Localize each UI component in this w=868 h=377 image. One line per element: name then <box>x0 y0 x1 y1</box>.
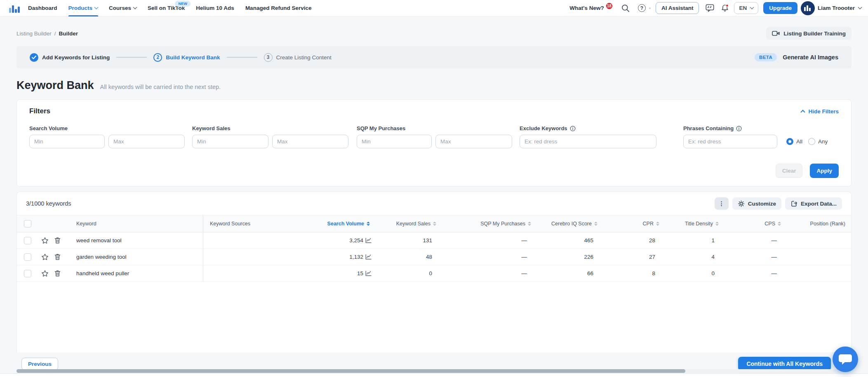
info-icon[interactable] <box>736 126 742 131</box>
table-header-row: Keyword Keyword Sources Search Volume Ke… <box>17 215 851 232</box>
phrases-containing-input[interactable] <box>683 135 777 148</box>
match-any-radio[interactable]: Any <box>808 138 828 145</box>
notifications-bell-icon[interactable] <box>721 4 729 12</box>
keyword-sales-min-input[interactable] <box>192 135 268 148</box>
active-tab-underline <box>68 15 98 16</box>
row-checkbox[interactable] <box>24 237 31 244</box>
select-all-checkbox[interactable] <box>24 220 31 227</box>
trash-icon[interactable] <box>54 237 61 244</box>
nav-item-managed-refund-service[interactable]: Managed Refund Service <box>245 0 312 16</box>
trend-chart-icon[interactable] <box>365 254 372 260</box>
chevron-up-icon <box>801 110 805 114</box>
nav-label: Products <box>68 5 93 11</box>
search-volume-min-input[interactable] <box>29 135 105 148</box>
column-header-cerebro-iq-score[interactable]: Cerebro IQ Score <box>537 215 603 232</box>
keyword-text: weed removal tool <box>76 237 122 244</box>
column-label: Search Volume <box>327 221 364 227</box>
language-selector[interactable]: EN <box>734 2 758 14</box>
clear-button[interactable]: Clear <box>776 164 803 178</box>
match-all-radio[interactable]: All <box>786 138 802 145</box>
upgrade-button[interactable]: Upgrade <box>763 2 797 14</box>
star-icon[interactable] <box>41 237 49 244</box>
avatar[interactable] <box>801 1 815 15</box>
whats-new-button[interactable]: What's New? 18 <box>569 5 613 11</box>
sqp-my-purchases-cell: — <box>442 265 537 281</box>
breadcrumb-parent-link[interactable]: Listing Builder <box>16 30 52 37</box>
ai-assistant-button[interactable]: AI Assistant <box>656 2 699 14</box>
export-data-button[interactable]: Export Data... <box>785 197 842 210</box>
trend-chart-icon[interactable] <box>365 271 372 276</box>
sort-icon <box>367 222 370 226</box>
sort-icon <box>778 222 781 226</box>
column-header-title-density[interactable]: Title Density <box>665 215 725 232</box>
bottom-strip <box>0 373 868 377</box>
apply-button[interactable]: Apply <box>810 164 839 178</box>
keyword-sales-cell: 131 <box>376 232 442 248</box>
cps-cell: — <box>725 265 787 281</box>
info-icon[interactable] <box>570 126 576 131</box>
exclude-keywords-input[interactable] <box>520 135 656 148</box>
search-volume-max-input[interactable] <box>108 135 185 148</box>
nav-item-helium-10-ads[interactable]: Helium 10 Ads <box>196 0 234 16</box>
trash-icon[interactable] <box>54 253 61 260</box>
help-icon[interactable]: ? <box>638 4 646 12</box>
star-icon[interactable] <box>41 253 49 261</box>
filters-title: Filters <box>29 107 50 115</box>
table-row: weed removal tool 3,254 131 — 465 28 1 — <box>17 232 851 249</box>
filter-label: Search Volume <box>29 125 185 131</box>
nav-label: Courses <box>109 5 131 11</box>
position-rank-cell <box>787 232 851 248</box>
trend-chart-icon[interactable] <box>365 238 372 243</box>
step-create-listing-content[interactable]: 3 Create Listing Content <box>264 53 332 62</box>
user-menu[interactable]: Liam Troooter <box>818 5 861 11</box>
more-options-button[interactable]: ⋮ <box>715 197 729 210</box>
keyword-sales-max-input[interactable] <box>272 135 348 148</box>
search-icon[interactable] <box>621 4 630 12</box>
star-icon[interactable] <box>41 270 49 277</box>
gear-icon <box>738 200 745 207</box>
previous-button[interactable]: Previous <box>21 358 58 370</box>
generate-ai-images-button[interactable]: Generate AI Images <box>783 54 838 61</box>
sort-icon <box>715 222 719 226</box>
trash-icon[interactable] <box>54 270 61 277</box>
chat-launcher-button[interactable] <box>833 347 858 372</box>
feedback-icon[interactable] <box>706 4 714 12</box>
customize-button[interactable]: Customize <box>732 197 781 210</box>
step-add-keywords[interactable]: Add Keywords for Listing <box>30 53 110 62</box>
listing-builder-training-button[interactable]: Listing Builder Training <box>766 27 852 40</box>
sqp-my-purchases-min-input[interactable] <box>357 135 432 148</box>
nav-item-products[interactable]: Products <box>68 0 98 16</box>
nav-item-dashboard[interactable]: Dashboard <box>28 0 57 16</box>
search-volume-value: 1,132 <box>349 254 363 260</box>
hide-filters-button[interactable]: Hide Filters <box>801 108 839 115</box>
whats-new-label: What's New? <box>569 5 604 11</box>
hide-filters-label: Hide Filters <box>808 108 839 115</box>
column-header-sqp-my-purchases[interactable]: SQP My Purchases <box>442 215 537 232</box>
column-header-cps[interactable]: CPS <box>725 215 787 232</box>
cerebro-iq-score-cell: 226 <box>537 249 603 265</box>
nav-item-courses[interactable]: Courses <box>109 0 136 16</box>
stepper-right: BETA Generate AI Images <box>755 53 838 61</box>
step-build-keyword-bank[interactable]: 2 Build Keyword Bank <box>153 53 220 62</box>
title-density-cell: 1 <box>665 232 725 248</box>
filter-actions: Clear Apply <box>776 164 839 178</box>
clear-label: Clear <box>782 168 796 174</box>
breadcrumb: Listing Builder / Builder <box>16 30 78 37</box>
column-header-position-rank: Position (Rank) <box>787 215 851 232</box>
helium10-logo-icon[interactable] <box>9 4 20 13</box>
column-header-cpr[interactable]: CPR <box>603 215 665 232</box>
horizontal-scrollbar-thumb[interactable] <box>16 369 685 373</box>
continue-with-all-keywords-button[interactable]: Continue with All Keywords <box>738 357 831 371</box>
column-header-search-volume[interactable]: Search Volume <box>305 215 376 232</box>
customize-label: Customize <box>748 201 776 207</box>
chevron-down-icon <box>94 5 99 9</box>
sqp-my-purchases-max-input[interactable] <box>435 135 512 148</box>
step-label: Add Keywords for Listing <box>42 54 110 61</box>
title-density-cell: 0 <box>665 265 725 281</box>
radio-unselected-icon <box>808 138 815 145</box>
nav-item-sell-on-tiktok[interactable]: Sell on TikTok NEW <box>148 0 185 16</box>
column-header-keyword-sales[interactable]: Keyword Sales <box>376 215 442 232</box>
row-checkbox[interactable] <box>24 270 31 277</box>
row-checkbox[interactable] <box>24 253 31 261</box>
step-connector <box>227 57 257 58</box>
